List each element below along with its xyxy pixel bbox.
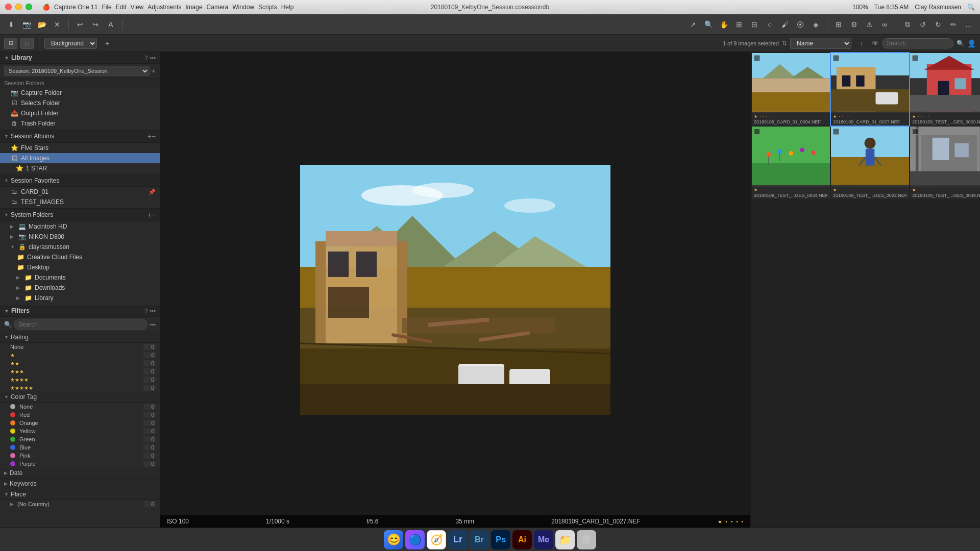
color-blue-row[interactable]: Blue 0 xyxy=(0,443,160,452)
keywords-subsec-header[interactable]: ▶ Keywords xyxy=(0,479,160,489)
menu-edit[interactable]: Edit xyxy=(116,4,127,11)
capture-button[interactable]: 📷 xyxy=(19,17,34,32)
one-star-album[interactable]: ⭐ 1 STAR xyxy=(0,163,160,173)
collection-dropdown[interactable]: Background xyxy=(44,38,97,49)
rating-5star-row[interactable]: ★★★★★ 0 xyxy=(0,384,160,392)
dock-photoshop[interactable]: Ps xyxy=(491,530,510,549)
thumbnail-item[interactable]: ★ · · · · 20180109_TEST_...GES_0039.NEF xyxy=(910,127,980,199)
image-viewer[interactable]: ISO 100 1/1000 s f/5.6 35 mm 20180109_CA… xyxy=(160,52,750,528)
session-favorites-header[interactable]: ▼ Session Favorites xyxy=(0,174,160,187)
thumb-checkbox[interactable] xyxy=(912,55,918,61)
library-expander[interactable]: ▶ xyxy=(16,295,21,300)
menu-camera[interactable]: Camera xyxy=(207,4,229,11)
nikon-d800-expander[interactable]: ▶ xyxy=(10,234,15,239)
dock-siri[interactable]: 🔵 xyxy=(405,530,425,549)
color-orange-row[interactable]: Orange 0 xyxy=(0,419,160,427)
sync-left[interactable]: ↺ xyxy=(916,17,930,32)
person-icon[interactable]: 👤 xyxy=(967,39,976,47)
clayrasmussen-expander[interactable]: ▼ xyxy=(10,244,15,249)
menu-scripts[interactable]: Scripts xyxy=(258,4,277,11)
brush-tool[interactable]: 🖌 xyxy=(778,17,792,32)
menu-window[interactable]: Window xyxy=(232,4,254,11)
dock-media-encoder[interactable]: Me xyxy=(534,530,553,549)
library-section-header[interactable]: ▼ Library ? ••• xyxy=(0,52,160,64)
library-item[interactable]: ▶ 📁 Library xyxy=(0,293,160,303)
thumb-checkbox[interactable] xyxy=(754,129,760,135)
apple-menu[interactable]: 🍎 xyxy=(42,4,50,11)
search-icon[interactable]: 🔍 xyxy=(967,4,975,11)
eject-button[interactable]: ✕ xyxy=(50,17,64,32)
date-subsec-header[interactable]: ▶ Date xyxy=(0,468,160,479)
thumb-checkbox[interactable] xyxy=(754,55,760,61)
color-none-row[interactable]: None 6 xyxy=(0,403,160,411)
capture-folder-item[interactable]: 📷 Capture Folder xyxy=(0,88,160,98)
dock-illustrator[interactable]: Ai xyxy=(512,530,532,549)
rating-1star-row[interactable]: ★ 6 xyxy=(0,351,160,359)
straighten-tool[interactable]: ⊟ xyxy=(747,17,762,32)
rating-4star-row[interactable]: ★★★★ 0 xyxy=(0,375,160,384)
clayrasmussen-item[interactable]: ▼ 🔒 clayrasmussen xyxy=(0,242,160,252)
sort-order-button[interactable]: ↑ xyxy=(854,36,869,51)
card01-favorite[interactable]: 🗂 CARD_01 📌 xyxy=(0,187,160,197)
filter-search-input[interactable] xyxy=(14,319,148,330)
dock-safari[interactable]: 🧭 xyxy=(427,530,446,549)
view-single-button[interactable]: □ xyxy=(20,38,34,49)
thumbnail-item[interactable]: ★ · · · · 20180109_TEST_...GES_0003.NEF xyxy=(910,53,980,126)
color-tag-subsec-header[interactable]: ▼ Color Tag xyxy=(0,392,160,403)
color-green-row[interactable]: Green 0 xyxy=(0,435,160,443)
dock-trash[interactable]: 🗑 xyxy=(577,530,596,549)
macintosh-hd-item[interactable]: ▶ 💻 Macintosh HD xyxy=(0,221,160,232)
place-nocountry-row[interactable]: ▶ (No Country) 6 xyxy=(0,500,160,508)
place-nocountry-expander[interactable]: ▶ xyxy=(10,502,15,507)
more-button[interactable]: … xyxy=(962,17,976,32)
close-button[interactable] xyxy=(5,4,12,10)
five-stars-album[interactable]: ⭐ Five Stars xyxy=(0,143,160,153)
minimize-button[interactable] xyxy=(15,4,22,10)
link-icon[interactable]: ∞ xyxy=(877,17,892,32)
session-select[interactable]: Session: 20180109_KelbyOne_Session xyxy=(4,66,150,76)
crop-tool[interactable]: ⊞ xyxy=(732,17,746,32)
lasso-tool[interactable]: ○ xyxy=(763,17,777,32)
downloads-item[interactable]: ▶ 📁 Downloads xyxy=(0,283,160,293)
trash-folder-item[interactable]: 🗑 Trash Folder xyxy=(0,118,160,129)
desktop-item[interactable]: 📁 Desktop xyxy=(0,262,160,272)
dock-finder[interactable]: 😊 xyxy=(384,530,403,549)
color-yellow-row[interactable]: Yellow 0 xyxy=(0,427,160,435)
thumbnail-item[interactable]: ★ · · · · 20180109_TEST_...GES_0022.NEF xyxy=(831,127,909,199)
dock-bridge[interactable]: Br xyxy=(470,530,489,549)
grid-icon[interactable]: ⊞ xyxy=(831,17,846,32)
documents-item[interactable]: ▶ 📁 Documents xyxy=(0,272,160,283)
pan-tool[interactable]: ✋ xyxy=(717,17,731,32)
undo-button[interactable]: ↩ xyxy=(73,17,87,32)
rating-3star-row[interactable]: ★★★ 0 xyxy=(0,367,160,375)
system-folders-header[interactable]: ▼ System Folders + − xyxy=(0,208,160,221)
thumb-checkbox[interactable] xyxy=(833,129,839,135)
all-images-album[interactable]: 🖼 All Images xyxy=(0,153,160,163)
add-collection-button[interactable]: + xyxy=(100,36,114,51)
menu-image[interactable]: Image xyxy=(185,4,202,11)
folder-open-button[interactable]: 📂 xyxy=(35,17,49,32)
thumbnail-item[interactable]: ★ · · · · 20180109_CARD_01_0004.NEF xyxy=(752,53,830,126)
menu-view[interactable]: View xyxy=(130,4,143,11)
thumbnail-search-input[interactable] xyxy=(882,38,953,48)
eye-icon[interactable]: 👁 xyxy=(872,39,879,47)
redo-button[interactable]: ↪ xyxy=(88,17,103,32)
heal-tool[interactable]: ◈ xyxy=(808,17,823,32)
view-grid-button[interactable]: ⊞ xyxy=(4,38,17,49)
documents-expander[interactable]: ▶ xyxy=(16,275,21,280)
clone-tool[interactable]: ⦿ xyxy=(793,17,807,32)
menu-help[interactable]: Help xyxy=(281,4,294,11)
rating-none-row[interactable]: None 0 xyxy=(0,343,160,351)
creative-cloud-item[interactable]: 📁 Creative Cloud Files xyxy=(0,252,160,262)
thumbnail-item[interactable]: ★ · · · · 20180109_TEST_...GES_0004.NEF xyxy=(752,127,830,199)
rating-2star-row[interactable]: ★★ 0 xyxy=(0,359,160,367)
library-more-icon[interactable]: ••• xyxy=(150,55,156,61)
library-help-icon[interactable]: ? xyxy=(144,55,148,61)
color-red-row[interactable]: Red 0 xyxy=(0,411,160,419)
maximize-button[interactable] xyxy=(26,4,32,10)
nikon-d800-item[interactable]: ▶ 📷 NIKON D800 xyxy=(0,232,160,242)
import-button[interactable]: ⬇ xyxy=(4,17,18,32)
zoom-tool[interactable]: 🔍 xyxy=(701,17,716,32)
test-images-favorite[interactable]: 🗂 TEST_IMAGES xyxy=(0,197,160,207)
color-pink-row[interactable]: Pink 0 xyxy=(0,452,160,460)
